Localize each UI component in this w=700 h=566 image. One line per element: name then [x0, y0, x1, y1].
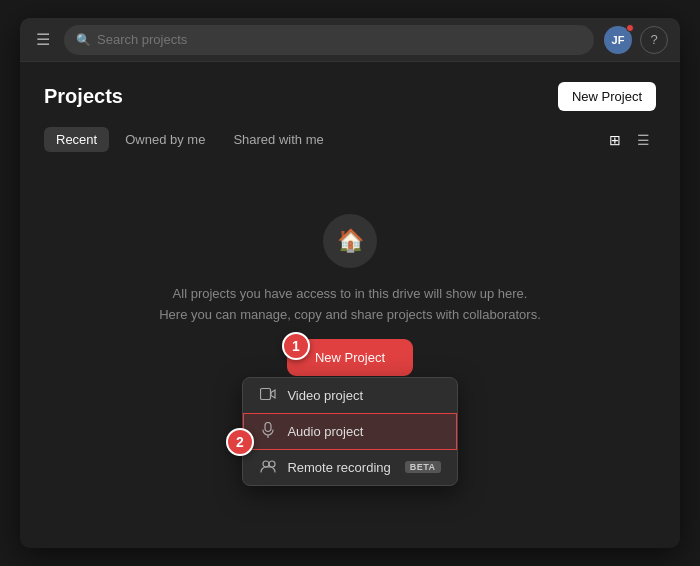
video-project-label: Video project — [287, 388, 363, 403]
page-title: Projects — [44, 85, 123, 108]
tab-recent[interactable]: Recent — [44, 127, 109, 152]
search-bar[interactable]: 🔍 — [64, 25, 594, 55]
audio-project-label: Audio project — [287, 424, 363, 439]
avatar[interactable]: JF — [604, 26, 632, 54]
grid-view-button[interactable]: ⊞ — [603, 128, 627, 152]
video-icon — [259, 387, 277, 404]
home-icon: 🏠 — [323, 214, 377, 268]
list-view-button[interactable]: ☰ — [631, 128, 656, 152]
hamburger-icon[interactable]: ☰ — [32, 26, 54, 53]
search-icon: 🔍 — [76, 33, 91, 47]
tab-owned[interactable]: Owned by me — [113, 127, 217, 152]
new-project-header-button[interactable]: New Project — [558, 82, 656, 111]
dropdown-area: 1 New Project 2 Video project — [242, 342, 457, 486]
view-toggle: ⊞ ☰ — [603, 128, 656, 152]
annotation-1: 1 — [282, 332, 310, 360]
help-button[interactable]: ? — [640, 26, 668, 54]
top-bar-right: JF ? — [604, 26, 668, 54]
tabs: Recent Owned by me Shared with me — [44, 127, 336, 152]
svg-point-4 — [269, 461, 275, 467]
main-content: Projects New Project Recent Owned by me … — [20, 62, 680, 548]
tab-shared[interactable]: Shared with me — [221, 127, 335, 152]
top-bar: ☰ 🔍 JF ? — [20, 18, 680, 62]
svg-rect-1 — [265, 422, 271, 431]
empty-state: 🏠 All projects you have access to in thi… — [44, 172, 656, 528]
search-input[interactable] — [97, 32, 582, 47]
tabs-row: Recent Owned by me Shared with me ⊞ ☰ — [44, 127, 656, 152]
page-header: Projects New Project — [44, 82, 656, 111]
audio-icon — [259, 422, 277, 441]
dropdown-item-video[interactable]: Video project — [243, 378, 456, 413]
app-window: ☰ 🔍 JF ? Projects New Project Recent Own… — [20, 18, 680, 548]
notification-dot — [626, 24, 634, 32]
remote-project-label: Remote recording — [287, 460, 390, 475]
dropdown-item-remote[interactable]: Remote recording BETA — [243, 450, 456, 485]
svg-rect-0 — [261, 388, 271, 399]
svg-point-3 — [263, 461, 269, 467]
beta-badge: BETA — [405, 461, 441, 473]
dropdown-item-audio[interactable]: Audio project — [243, 413, 456, 450]
remote-icon — [259, 459, 277, 476]
dropdown-menu: 2 Video project — [242, 377, 457, 486]
empty-state-text: All projects you have access to in this … — [159, 284, 541, 326]
